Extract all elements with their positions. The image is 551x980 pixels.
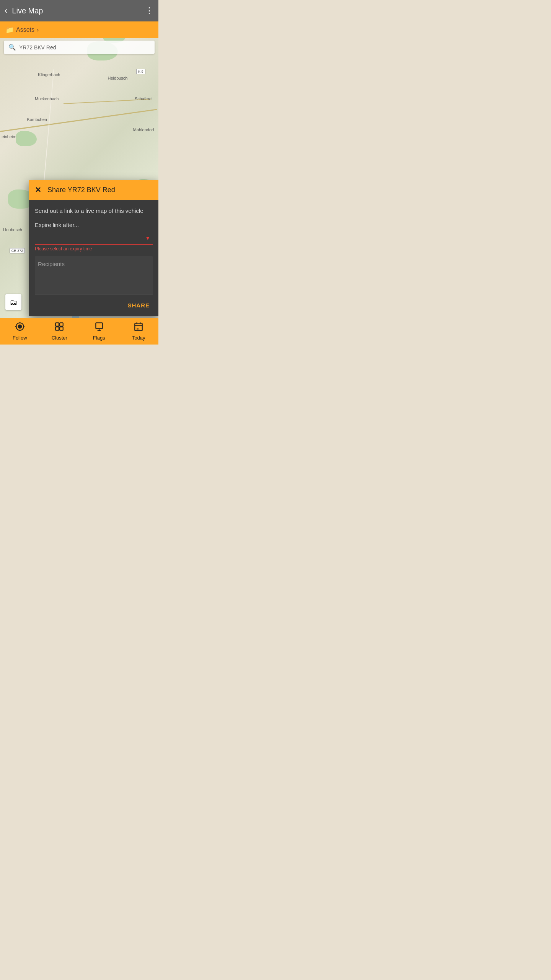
place-label: Houbesch (3, 227, 22, 232)
follow-icon (15, 322, 25, 334)
breadcrumb-chevron-icon: › (37, 26, 39, 33)
share-modal: ✕ Share YR72 BKV Red Send out a link to … (29, 180, 158, 316)
modal-description: Send out a link to a live map of this ve… (35, 207, 153, 214)
road-shield: CR 372 (10, 248, 25, 253)
nav-item-today[interactable]: 31 Today (119, 318, 159, 345)
nav-item-cluster[interactable]: Cluster (40, 318, 80, 345)
folder-icon: 📁 (5, 26, 14, 34)
dropdown-arrow-icon: ▼ (145, 235, 150, 241)
search-bar[interactable]: 🔍 YR72 BKV Red (4, 41, 155, 54)
modal-title: Share YR72 BKV Red (47, 186, 115, 194)
breadcrumb[interactable]: 📁 Assets › (0, 21, 158, 38)
search-value: YR72 BKV Red (19, 44, 56, 51)
nav-label-today: Today (132, 335, 145, 341)
layers-icon: 🗂 (10, 298, 17, 307)
header-left: ‹ Live Map (5, 6, 43, 16)
place-label: Muckenbach (35, 96, 59, 101)
svg-rect-7 (60, 323, 63, 326)
search-icon: 🔍 (8, 44, 16, 51)
road-shield: K 9 (136, 69, 145, 74)
back-button[interactable]: ‹ (5, 6, 7, 16)
place-label: einheim (2, 134, 16, 139)
nav-item-follow[interactable]: Follow (0, 318, 40, 345)
place-label: Mahlendorf (133, 127, 154, 132)
modal-header: ✕ Share YR72 BKV Red (29, 180, 158, 200)
svg-rect-9 (60, 327, 63, 330)
place-label: Schaferei (135, 96, 152, 101)
place-label: Kombchen (27, 117, 47, 122)
nav-label-flags: Flags (93, 335, 105, 341)
more-menu-button[interactable]: ⋮ (145, 6, 154, 16)
recipients-input[interactable] (35, 256, 153, 294)
nav-item-flags[interactable]: Flags (79, 318, 119, 345)
modal-close-button[interactable]: ✕ (35, 185, 41, 194)
expire-input[interactable] (35, 231, 153, 245)
map-area: Edingerberg Kortbusch Mertesh Klingerbac… (0, 0, 158, 345)
breadcrumb-label: Assets (16, 26, 34, 33)
expire-label: Expire link after... (35, 222, 153, 228)
place-label: Klingerbach (38, 72, 60, 77)
today-icon: 31 (134, 322, 143, 334)
app-header: ‹ Live Map ⋮ (0, 0, 158, 21)
svg-point-1 (18, 325, 21, 328)
svg-rect-10 (96, 323, 102, 328)
svg-text:31: 31 (137, 327, 140, 331)
place-label: Heidbusch (108, 76, 128, 80)
bottom-navigation: Follow Cluster Flags (0, 318, 158, 345)
nav-label-follow: Follow (13, 335, 27, 341)
modal-actions: SHARE (35, 296, 153, 310)
svg-rect-8 (56, 327, 59, 330)
expire-field-wrap: ▼ (35, 231, 153, 245)
flags-icon (94, 322, 104, 334)
header-title: Live Map (12, 7, 43, 15)
svg-rect-6 (56, 323, 59, 326)
modal-body: Send out a link to a live map of this ve… (29, 200, 158, 316)
cluster-icon (54, 322, 64, 334)
share-button[interactable]: SHARE (124, 301, 153, 310)
layer-button[interactable]: 🗂 (5, 294, 21, 310)
nav-label-cluster: Cluster (52, 335, 67, 341)
expire-error-message: Please select an expiry time (35, 246, 153, 252)
